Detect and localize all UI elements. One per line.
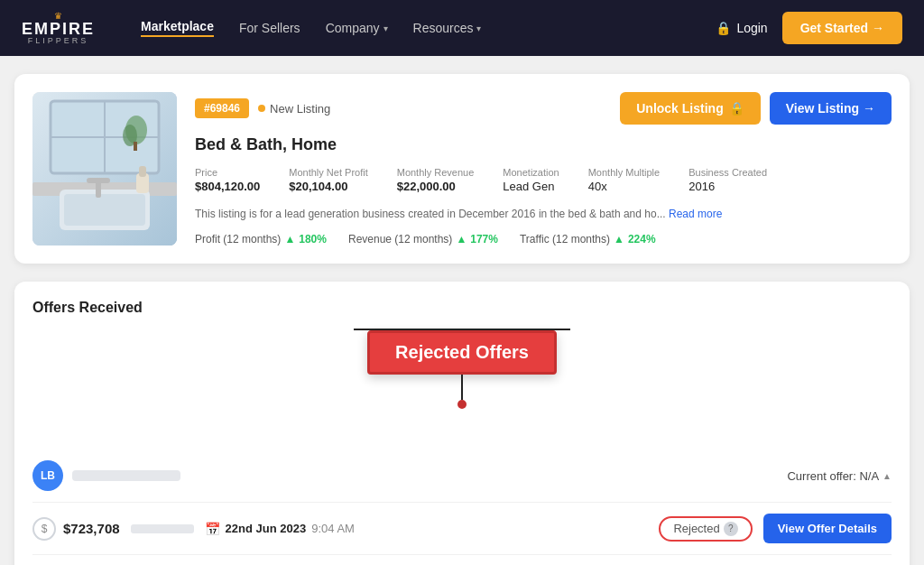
lock-icon: 🔒 bbox=[716, 21, 731, 35]
user-info: LB bbox=[32, 460, 180, 491]
svg-rect-10 bbox=[64, 194, 145, 226]
traffic-arrow-icon: ▲ bbox=[614, 233, 624, 245]
header-right: 🔒 Login Get Started → bbox=[716, 12, 902, 44]
stat-monetization: Monetization Lead Gen bbox=[503, 167, 559, 193]
listing-stats: Price $804,120.00 Monthly Net Profit $20… bbox=[195, 167, 892, 193]
offer-amount-1: $ $723,708 bbox=[32, 517, 194, 541]
listing-metrics: Profit (12 months) ▲ 180% Revenue (12 mo… bbox=[195, 233, 892, 245]
amount-bar bbox=[131, 524, 194, 533]
view-offer-details-button-1[interactable]: View Offer Details bbox=[763, 514, 892, 543]
calendar-icon: 📅 bbox=[205, 522, 220, 536]
offer-date-1: 📅 22nd Jun 2023 9:04 AM bbox=[205, 522, 649, 536]
crown-icon: ♛ bbox=[22, 12, 95, 21]
nav-resources[interactable]: Resources ▾ bbox=[413, 21, 482, 35]
offers-card: Offers Received Rejected Offers LB Curre… bbox=[14, 282, 910, 565]
offers-title: Offers Received bbox=[32, 300, 892, 316]
user-name-bar bbox=[72, 470, 180, 481]
listing-badges: #69846 New Listing bbox=[195, 98, 330, 118]
lock-icon: 🔒 bbox=[729, 101, 744, 116]
metric-revenue: Revenue (12 months) ▲ 177% bbox=[348, 233, 498, 245]
svg-rect-14 bbox=[139, 166, 146, 177]
rejected-offers-label: Rejected Offers bbox=[367, 330, 557, 375]
listing-description: This listing is for a lead generation bu… bbox=[195, 206, 892, 222]
unlock-listing-button[interactable]: Unlock Listing 🔒 bbox=[620, 92, 760, 125]
metric-traffic: Traffic (12 months) ▲ 224% bbox=[520, 233, 656, 245]
read-more-link[interactable]: Read more bbox=[669, 208, 722, 220]
login-button[interactable]: 🔒 Login bbox=[716, 21, 767, 35]
logo: ♛ EMPIRE FLIPPERS bbox=[22, 12, 112, 45]
listing-image bbox=[32, 92, 177, 245]
revenue-arrow-icon: ▲ bbox=[456, 233, 467, 245]
stat-business-created: Business Created 2016 bbox=[688, 167, 767, 193]
offer-row: $ $723,708 📅 16th Jun 2023 8:42 AM Rejec… bbox=[32, 554, 892, 565]
status-dot bbox=[258, 105, 265, 112]
user-row: LB Current offer: N/A ▲ bbox=[32, 460, 892, 491]
view-listing-button[interactable]: View Listing → bbox=[770, 92, 892, 125]
avatar: LB bbox=[32, 460, 63, 491]
question-icon[interactable]: ? bbox=[724, 522, 738, 536]
new-listing-badge: New Listing bbox=[258, 102, 330, 116]
get-started-button[interactable]: Get Started → bbox=[782, 12, 902, 44]
main-content: #69846 New Listing Unlock Listing 🔒 View… bbox=[0, 56, 924, 565]
metric-profit: Profit (12 months) ▲ 180% bbox=[195, 233, 327, 245]
stat-multiple: Monthly Multiple 40x bbox=[588, 167, 660, 193]
chevron-up-icon: ▲ bbox=[882, 471, 892, 481]
site-header: ♛ EMPIRE FLIPPERS Marketplace For Seller… bbox=[0, 0, 924, 56]
nav-company[interactable]: Company ▾ bbox=[326, 21, 388, 35]
rejected-badge-1: Rejected ? bbox=[659, 516, 752, 542]
listing-top: #69846 New Listing Unlock Listing 🔒 View… bbox=[32, 92, 892, 245]
listing-id-badge: #69846 bbox=[195, 98, 249, 118]
listing-header-row: #69846 New Listing Unlock Listing 🔒 View… bbox=[195, 92, 892, 125]
profit-arrow-icon: ▲ bbox=[284, 233, 295, 245]
current-offer-label[interactable]: Current offer: N/A ▲ bbox=[787, 469, 892, 483]
svg-rect-7 bbox=[134, 142, 137, 151]
stat-net-profit: Monthly Net Profit $20,104.00 bbox=[289, 167, 367, 193]
listing-card: #69846 New Listing Unlock Listing 🔒 View… bbox=[14, 74, 910, 264]
stat-revenue: Monthly Revenue $22,000.00 bbox=[397, 167, 475, 193]
nav-for-sellers[interactable]: For Sellers bbox=[239, 21, 300, 35]
svg-rect-12 bbox=[87, 178, 110, 183]
logo-flippers: FLIPPERS bbox=[22, 37, 95, 45]
listing-details: #69846 New Listing Unlock Listing 🔒 View… bbox=[195, 92, 892, 245]
logo-empire: EMPIRE bbox=[22, 21, 95, 37]
listing-action-buttons: Unlock Listing 🔒 View Listing → bbox=[620, 92, 892, 125]
dollar-icon: $ bbox=[32, 517, 56, 541]
stat-price: Price $804,120.00 bbox=[195, 167, 260, 193]
offer-row: $ $723,708 📅 22nd Jun 2023 9:04 AM Rejec… bbox=[32, 502, 892, 554]
main-nav: Marketplace For Sellers Company ▾ Resour… bbox=[141, 19, 687, 37]
resources-chevron-icon: ▾ bbox=[476, 23, 481, 33]
listing-title: Bed & Bath, Home bbox=[195, 135, 892, 154]
company-chevron-icon: ▾ bbox=[383, 23, 388, 33]
nav-marketplace[interactable]: Marketplace bbox=[141, 19, 214, 37]
